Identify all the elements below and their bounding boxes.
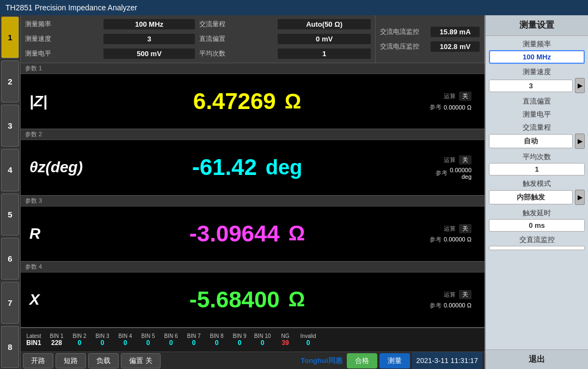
avg-label: 平均次数 [199, 49, 273, 58]
setting-row-6: 触发模式内部触发▶ [489, 179, 585, 205]
param-ref-row-2: 参考0.00000deg [436, 167, 471, 180]
bin-label-2: BIN 2 [72, 333, 86, 339]
bin-label-7: BIN 7 [187, 333, 200, 339]
setting-row-7: 触发延时0 ms [489, 208, 585, 232]
ref-value-2: 0.00000deg [450, 167, 471, 180]
setting-input-wrap-5: 1 [489, 163, 585, 176]
bin-value-6: 0 [169, 339, 173, 347]
setting-row-8: 交直流监控 [489, 235, 585, 250]
setting-input-4[interactable]: 自动 [489, 134, 573, 148]
left-btn-5[interactable]: 5 [1, 193, 19, 235]
freq-label: 测量频率 [25, 20, 99, 29]
left-btn-1[interactable]: 1 [1, 16, 19, 58]
param-value-3: -3.09644 [189, 221, 280, 247]
param-panel-2: 参数 2θz(deg)-61.42deg运算关参考0.00000deg [21, 129, 485, 195]
setting-label-2: 直流偏置 [489, 96, 585, 106]
param-name-4: X [29, 291, 100, 308]
bin-label-8: BIN 8 [210, 333, 223, 339]
bin-cell-4: BIN 40 [114, 333, 136, 347]
param-unit-4: Ω [289, 288, 305, 311]
speed-value: 3 [103, 34, 195, 44]
setting-input-0[interactable]: 100 MHz [489, 50, 585, 64]
ref-value-3: 0.00000 Ω [444, 236, 471, 243]
exit-button[interactable]: 退出 [486, 349, 588, 369]
action-btn-短路[interactable]: 短路 [56, 353, 86, 368]
param-value-area-3: -3.09644Ω [100, 221, 394, 247]
bottom-bar: 开路短路负载偏置 关Tonghui同惠合格测量2021-3-11 11:31:1… [21, 352, 485, 369]
param-value-area-4: -5.68400Ω [100, 287, 394, 313]
bin-value-12: 0 [307, 339, 310, 347]
calc-value-1: 关 [459, 92, 471, 101]
setting-input-1[interactable]: 3 [489, 80, 573, 92]
setting-label-5: 平均次数 [489, 152, 585, 162]
param-right-1: 运算关参考0.00000 Ω [394, 92, 476, 111]
left-btn-3[interactable]: 3 [1, 105, 19, 147]
setting-row-3: 测量电平 [489, 110, 585, 119]
left-btn-6[interactable]: 6 [1, 238, 19, 280]
setting-input-8[interactable] [489, 246, 585, 250]
left-btn-4[interactable]: 4 [1, 149, 19, 191]
bin-value-7: 0 [192, 339, 196, 347]
top-info: 测量频率 100 MHz 交流量程 Auto(50 Ω) 测量速度 3 直流偏置… [21, 15, 485, 63]
param-calc-row-2: 运算关 [444, 155, 471, 165]
action-btn-开路[interactable]: 开路 [23, 353, 53, 368]
ac-current-row: 交流电流监控 15.89 mA [380, 27, 480, 37]
datetime: 2021-3-11 11:31:17 [412, 352, 482, 369]
param-panel-1: 参数 1|Z|6.47269Ω运算关参考0.00000 Ω [21, 63, 485, 129]
param-value-4: -5.68400 [189, 287, 280, 313]
param-header-4: 参数 4 [21, 262, 485, 273]
info-left: 测量频率 100 MHz 交流量程 Auto(50 Ω) 测量速度 3 直流偏置… [21, 15, 376, 63]
setting-label-1: 测量速度 [489, 67, 585, 77]
setting-input-wrap-4: 自动▶ [489, 134, 585, 149]
right-settings: 测量频率100 MHz测量速度3▶直流偏置测量电平交流量程自动▶平均次数1触发模… [486, 36, 588, 349]
bin-cell-7: BIN 70 [183, 333, 205, 347]
speed-label: 测量速度 [25, 34, 99, 44]
bin-cell-2: BIN 20 [69, 333, 90, 347]
bin-label-10: BIN 10 [254, 333, 271, 339]
tonghui-logo: Tonghui同惠 [298, 356, 344, 366]
setting-label-3: 测量电平 [489, 110, 585, 119]
calc-label-2: 运算 [444, 156, 456, 164]
bin-value-11: 39 [281, 339, 289, 347]
bin-cell-5: BIN 50 [137, 333, 159, 347]
pass-button[interactable]: 合格 [347, 353, 377, 368]
acrange-value: Auto(50 Ω) [278, 19, 371, 29]
param-unit-1: Ω [285, 90, 301, 113]
setting-row-5: 平均次数1 [489, 152, 585, 176]
calc-value-3: 关 [459, 224, 471, 233]
action-btn-偏置 关[interactable]: 偏置 关 [121, 353, 161, 368]
calc-value-4: 关 [459, 290, 471, 299]
setting-arrow-1[interactable]: ▶ [575, 78, 585, 93]
bin-cell-3: BIN 30 [91, 333, 113, 347]
param-calc-row-1: 运算关 [444, 92, 471, 101]
setting-input-6[interactable]: 内部触发 [489, 190, 573, 204]
param-calc-row-3: 运算关 [444, 224, 471, 233]
left-btn-7[interactable]: 7 [1, 282, 19, 324]
left-btn-2[interactable]: 2 [1, 61, 19, 102]
param-ref-row-3: 参考0.00000 Ω [430, 235, 471, 244]
action-btn-负载[interactable]: 负载 [88, 353, 119, 368]
param-value-2: -61.42 [192, 154, 257, 180]
bin-cell-6: BIN 60 [160, 333, 182, 347]
param-right-3: 运算关参考0.00000 Ω [394, 224, 476, 244]
bin-value-9: 0 [238, 339, 242, 347]
left-btn-8[interactable]: 8 [1, 326, 19, 368]
measure-button[interactable]: 测量 [379, 353, 410, 368]
setting-label-0: 测量频率 [489, 39, 585, 49]
freq-value: 100 MHz [103, 19, 195, 29]
setting-input-7[interactable]: 0 ms [489, 219, 585, 232]
param-value-area-2: -61.42deg [100, 154, 394, 180]
setting-input-5[interactable]: 1 [489, 163, 585, 176]
bin-value-2: 0 [78, 339, 82, 347]
level-label: 测量电平 [25, 49, 99, 58]
bin-value-3: 0 [101, 339, 105, 347]
calc-label-4: 运算 [444, 291, 456, 299]
param-body-2: θz(deg)-61.42deg运算关参考0.00000deg [21, 140, 485, 195]
dcbias-label: 直流偏置 [199, 34, 273, 44]
bin-label-11: NG [281, 333, 290, 339]
ac-voltage-label: 交流电压监控 [380, 42, 419, 51]
setting-arrow-6[interactable]: ▶ [575, 190, 585, 205]
param-header-3: 参数 3 [21, 196, 485, 207]
setting-arrow-4[interactable]: ▶ [575, 134, 585, 149]
setting-label-6: 触发模式 [489, 179, 585, 189]
